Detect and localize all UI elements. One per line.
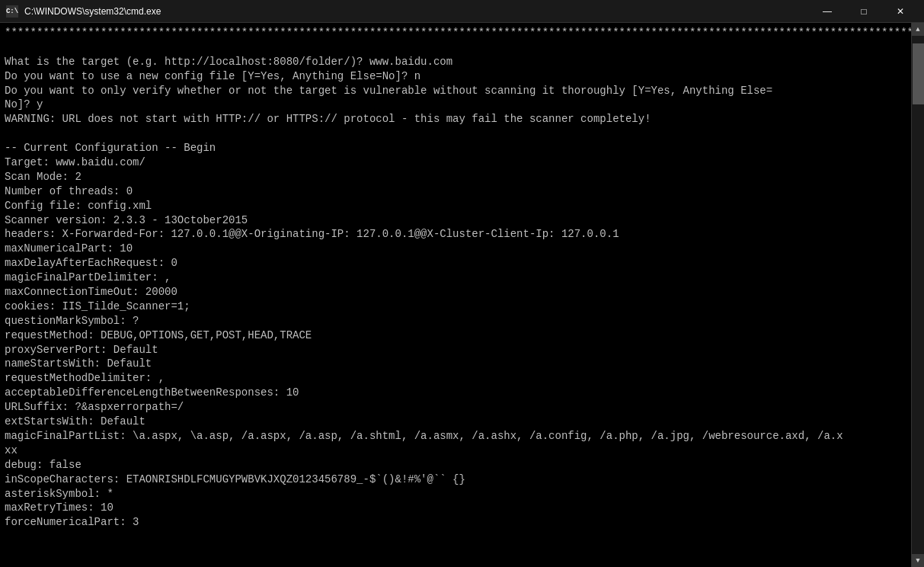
close-button[interactable]: ✕ [883, 0, 918, 23]
cmd-icon: C:\ [6, 5, 18, 18]
scroll-up-button[interactable]: ▲ [912, 23, 925, 36]
window-title: C:\WINDOWS\system32\cmd.exe [24, 6, 810, 17]
scrollbar[interactable]: ▲ ▼ [911, 23, 924, 567]
minimize-button[interactable]: — [810, 0, 845, 23]
cmd-window: C:\ C:\WINDOWS\system32\cmd.exe — □ ✕ **… [0, 0, 924, 567]
terminal-body: ****************************************… [0, 23, 924, 567]
title-bar: C:\ C:\WINDOWS\system32\cmd.exe — □ ✕ [0, 0, 924, 23]
terminal-output[interactable]: ****************************************… [0, 23, 911, 567]
scrollbar-thumb[interactable] [913, 43, 924, 104]
maximize-button[interactable]: □ [846, 0, 881, 23]
scroll-down-button[interactable]: ▼ [912, 554, 925, 567]
window-controls: — □ ✕ [810, 0, 918, 23]
scrollbar-track[interactable] [912, 36, 924, 554]
